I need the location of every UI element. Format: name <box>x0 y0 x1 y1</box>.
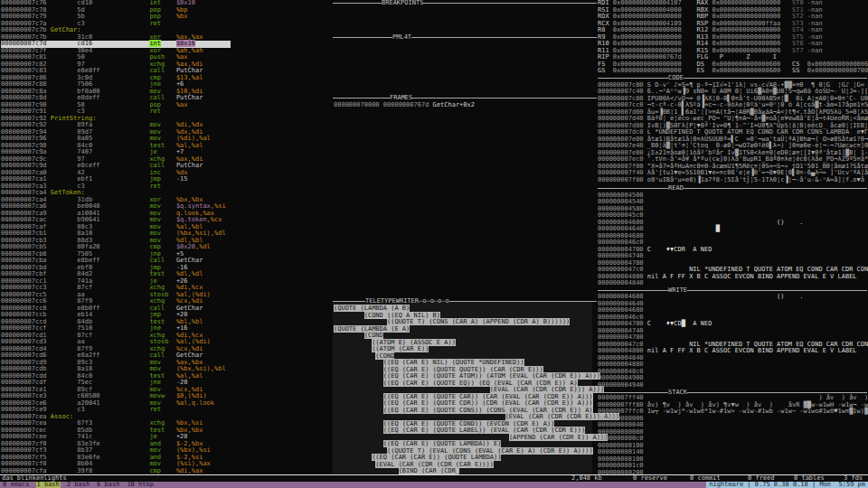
tmux-session-status: nightmare | 0.75 0.38 0.18 | Mon 5:59 pm <box>706 482 868 488</box>
blinkenlights-screen: { "panels": { "breakpoints": "BREAKPOINT… <box>0 0 868 488</box>
pml4t-section-header: PML4T <box>333 34 597 42</box>
write-memory-pane[interactable]: 000000004600 () .000000004640 0000000046… <box>598 294 868 389</box>
read-memory-pane[interactable]: 000000004500 000000004540 000000004580 0… <box>598 192 868 287</box>
code-row: 000000007f80 o8ⁿuIBåⁿu∞e8)▐1a7ª8-¦5Σå't⌡… <box>598 177 868 184</box>
tmux-window-0-emacs[interactable]: 0 emacs <box>2 482 31 488</box>
breakpoints-title: BREAKPOINTS <box>382 0 423 7</box>
stack-memory-pane[interactable]: 00000007ff40 ) åv ) åv )00000007ff80 åv)… <box>598 395 868 476</box>
disasm-row: 000000007cfa 39f8 cmp %di,%ax <box>1 468 231 475</box>
disassembly-pane[interactable]: 000000007c76 cd10 int $0x10000000007c78 … <box>1 0 231 474</box>
register-row: GS 0x0000000000000000 ES 0x0000000000000… <box>598 68 868 75</box>
tmux-status-bar: 0 emacs1 bash2 bash6 bash10 htop nightma… <box>0 482 868 488</box>
pml4t-title: PML4T <box>392 34 411 42</box>
read-title: READ <box>668 185 684 192</box>
tmux-window-1-bash[interactable]: 1 bash <box>36 482 61 488</box>
frame-symbol: GetChar+0x2 <box>433 101 475 108</box>
write-row: 000000004940 <box>598 382 868 389</box>
frame-entry[interactable]: 000000070000 00000000767d GetChar+0x2 <box>334 102 475 109</box>
teletypewriter-ornament: —o—o—o—o <box>419 298 449 305</box>
tmux-window-2-bash[interactable]: 2 bash <box>66 482 90 488</box>
code-memory-pane[interactable]: 000000007c00 S D-v' ♪=S=¶ p-ª¬1Σ√=1'1λ¦ … <box>598 82 868 184</box>
frame-stack-address: 000000070000 <box>334 101 380 108</box>
tmux-window-6-bash[interactable]: 6 bash <box>96 482 120 488</box>
tmux-window-list: 0 emacs1 bash2 bash6 bash10 htop <box>2 482 155 488</box>
breakpoints-section-header: BREAKPOINTS <box>333 0 597 7</box>
tmux-window-10-htop[interactable]: 10 htop <box>126 482 155 488</box>
teletypewriter-text[interactable]: (QUOTE (LAMBDA (A B) (COND ((EQ A NIL) B… <box>334 305 619 475</box>
frame-return-address: 00000000767d <box>383 101 429 108</box>
read-row: 000000004840 <box>598 280 868 287</box>
registers-panel: RDI 0x0000000000004107 RAX 0x00000000000… <box>598 0 868 75</box>
